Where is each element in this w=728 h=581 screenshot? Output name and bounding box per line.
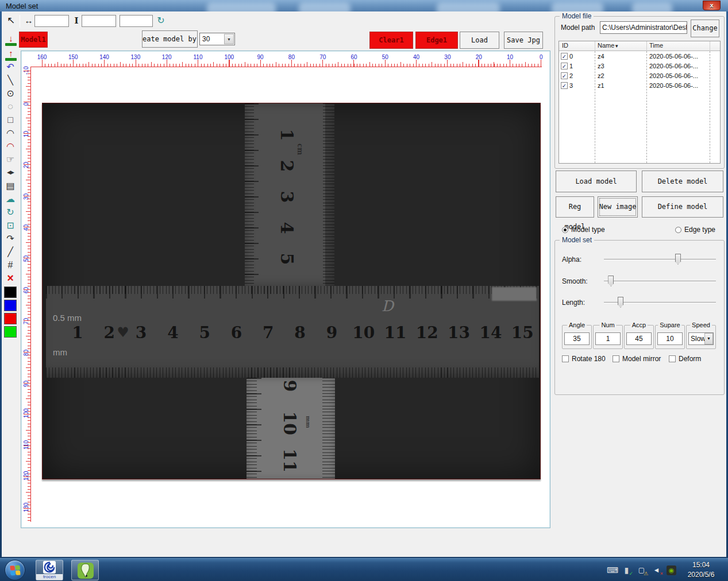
length-slider-track[interactable]: [604, 302, 716, 303]
vertical-ruler-ticks: [24, 67, 30, 522]
row-checkbox[interactable]: ✓: [561, 82, 568, 89]
edge-type-radio[interactable]: Edge type: [675, 226, 715, 234]
photo-ruler-number: 10: [280, 411, 300, 435]
row-name: z3: [598, 63, 604, 69]
alpha-slider-track[interactable]: [604, 259, 716, 260]
rotate-area-icon[interactable]: ⊡: [3, 219, 18, 232]
network-warning-icon[interactable]: ▢⚠: [637, 565, 646, 575]
slider-thumb[interactable]: [608, 276, 614, 286]
speed-value[interactable]: Slow▼: [688, 332, 714, 345]
table-row[interactable]: ✓2z22020-05-06-06-...: [559, 71, 720, 81]
canvas-area[interactable]: 1601501401301201101009080706050403020100…: [21, 51, 550, 528]
model-path-input[interactable]: C:\Users\Administrator\Desktop: [600, 21, 687, 34]
usb-icon[interactable]: ▮✓: [622, 565, 631, 575]
change-path-button[interactable]: Change: [691, 20, 719, 37]
delete-model-button[interactable]: Delete model: [642, 171, 723, 192]
flip-icon[interactable]: ▤: [3, 179, 18, 192]
angle-input[interactable]: [120, 15, 153, 27]
chevron-down-icon[interactable]: ▼: [224, 34, 234, 44]
row-checkbox[interactable]: ✓: [561, 72, 568, 79]
toolbar-separator: [118, 15, 118, 28]
create-model-by-edge-button[interactable]: eate model by ed: [142, 30, 198, 48]
slider-thumb[interactable]: [675, 254, 681, 265]
table-row[interactable]: ✓1z32020-05-06-06-...: [559, 61, 720, 71]
model1-button[interactable]: Model1: [19, 32, 48, 48]
edge-value-dropdown[interactable]: 30 ▼: [199, 33, 235, 45]
nvidia-icon[interactable]: ◉: [667, 565, 676, 575]
rectangle-icon[interactable]: □: [3, 113, 18, 126]
column-time[interactable]: Time: [649, 42, 663, 49]
table-row[interactable]: ✓0z42020-05-06-06-...: [559, 52, 720, 61]
cut-icon[interactable]: ×: [3, 272, 18, 285]
arc-points-icon[interactable]: ◠: [3, 140, 18, 153]
supare-param-box: Supare10: [655, 325, 685, 349]
volume-muted-icon[interactable]: ◄×: [652, 565, 661, 575]
refresh-icon[interactable]: ↻: [155, 14, 167, 27]
photo-ruler-number: 3: [277, 191, 297, 203]
taskbar-clock[interactable]: 15:04 2020/5/6: [679, 560, 723, 580]
glass-highlight: [437, 2, 500, 11]
keyboard-icon[interactable]: ⌨: [607, 565, 617, 575]
smooth-slider-track[interactable]: [604, 281, 716, 282]
height-measure-icon: I: [70, 14, 83, 27]
taskbar-app-trocen[interactable]: trocen: [36, 560, 63, 580]
row-checkbox[interactable]: ✓: [561, 53, 568, 60]
model-table[interactable]: ID Name▼ Time ✓0z42020-05-06-06-...✓1z32…: [558, 41, 721, 164]
color-red-swatch[interactable]: [4, 313, 17, 324]
hand-icon[interactable]: ☞: [3, 153, 18, 166]
color-blue-swatch[interactable]: [4, 300, 17, 311]
edge1-button[interactable]: Edge1: [415, 32, 458, 49]
import-icon[interactable]: ↓: [3, 33, 18, 47]
column-id[interactable]: ID: [562, 42, 568, 49]
load-model-button[interactable]: Load model: [556, 171, 637, 192]
new-image-button[interactable]: New image: [598, 196, 638, 218]
checkbox-icon: [613, 355, 619, 362]
width-input[interactable]: [34, 15, 69, 27]
clear1-button[interactable]: Clear1: [369, 32, 413, 49]
angle-value[interactable]: 35: [564, 332, 590, 345]
close-button[interactable]: x: [703, 1, 721, 10]
curve-icon[interactable]: ↷: [3, 232, 18, 245]
column-name[interactable]: Name▼: [598, 42, 619, 49]
table-row[interactable]: ✓3z12020-05-06-06-...: [559, 81, 720, 91]
taskbar-app-coreldraw[interactable]: [71, 560, 99, 580]
define-model-button[interactable]: Define model: [642, 196, 723, 218]
circle-center-icon[interactable]: ⊙: [3, 87, 18, 100]
radio-icon: [562, 227, 568, 233]
load-image-button[interactable]: Load image: [460, 32, 499, 49]
grid-icon[interactable]: #: [3, 258, 18, 272]
save-jpg-button[interactable]: Save Jpg: [504, 32, 543, 49]
photo-scale-label: 0.5 mm: [53, 313, 82, 323]
rotate-icon[interactable]: ↻: [3, 206, 18, 219]
measure-line-icon[interactable]: ╱: [3, 245, 18, 258]
color-black-swatch[interactable]: [4, 286, 17, 298]
row-checkbox[interactable]: ✓: [561, 63, 568, 69]
rotate-180-checkbox[interactable]: Rotate 180: [562, 355, 606, 363]
arc-icon[interactable]: ◠: [3, 126, 18, 140]
checkbox-label: Model mirror: [622, 355, 661, 363]
model-type-radio[interactable]: Model type: [562, 226, 605, 234]
color-green-swatch[interactable]: [4, 326, 17, 338]
radio-icon: [675, 227, 681, 233]
ellipse-icon[interactable]: ◌: [3, 100, 18, 113]
row-time: 2020-05-06-06-...: [649, 72, 698, 79]
speed-param-box: SpeedSlow▼: [686, 325, 716, 349]
chevron-down-icon[interactable]: ▼: [704, 333, 713, 344]
line-icon[interactable]: ╲: [3, 73, 18, 87]
height-input[interactable]: [82, 15, 116, 27]
mirror-icon[interactable]: ◀▶: [3, 166, 18, 179]
num-value[interactable]: 1: [595, 332, 621, 345]
slider-thumb[interactable]: [618, 297, 623, 308]
window-title: Model set: [6, 2, 38, 10]
model-mirror-checkbox[interactable]: Model mirror: [613, 355, 661, 363]
table-header[interactable]: ID Name▼ Time: [559, 41, 720, 51]
select-arrow-icon[interactable]: ↖: [5, 14, 17, 27]
stamp-icon[interactable]: ☁: [3, 192, 18, 206]
supare-value[interactable]: 10: [657, 332, 683, 345]
undo-icon[interactable]: ↶: [3, 60, 18, 73]
accp-value[interactable]: 45: [626, 332, 652, 345]
start-button[interactable]: [5, 560, 25, 580]
camera-image[interactable]: 12345cm91011mm123456789101112131415♥0.5 …: [42, 103, 541, 479]
deform-checkbox[interactable]: Deform: [669, 355, 701, 363]
reg-model-button[interactable]: Reg model: [556, 196, 594, 218]
